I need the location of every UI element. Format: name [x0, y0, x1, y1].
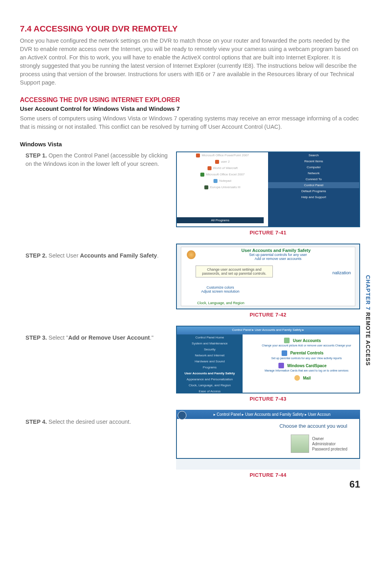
step-2-bold: Accounts and Family Safety: [80, 252, 157, 259]
s4-user-block: Owner Administrator Password protected: [291, 435, 347, 453]
subsection-body: Some users of computers using Windows Vi…: [20, 114, 360, 131]
s2-personalization: nalization: [333, 270, 351, 275]
side-title: REMOTE ACCESS: [365, 310, 371, 366]
s1-right-4: Connect To: [268, 176, 359, 182]
s3-left-8: Clock, Language, and Region: [177, 382, 243, 388]
step-2-label: STEP 2.: [25, 252, 47, 259]
step-1-label: STEP 1.: [25, 152, 47, 159]
s4-u1: Owner: [312, 436, 347, 441]
s3-left-2: Security: [177, 346, 243, 352]
step-4-body: Select the desired user account.: [47, 419, 131, 425]
s1-left-4: Notepad: [219, 179, 231, 183]
subsection-heading: ACCESSING THE DVR USING INTERNET EXPLORE…: [20, 96, 360, 104]
back-icon: [178, 411, 186, 420]
s3-left-4: Hardware and Sound: [177, 358, 243, 364]
step-1-text: STEP 1. Open the Control Panel (accessib…: [20, 151, 169, 168]
user-accounts-icon: [187, 250, 196, 259]
section-body: Once you have configured the network set…: [20, 37, 360, 87]
step-2-text: STEP 2. Select User Accounts and Family …: [20, 252, 169, 260]
s3-left-1: System and Maintenance: [177, 340, 243, 346]
step-4-label: STEP 4.: [25, 419, 47, 425]
caption-7-44: PICTURE 7-44: [176, 472, 360, 478]
s1-right-1: Recent Items: [268, 158, 359, 164]
s1-right-3: Network: [268, 170, 359, 176]
s3-h2: Parental Controls: [290, 351, 323, 355]
caption-7-41: PICTURE 7-41: [176, 230, 360, 236]
step-3-after: .": [150, 334, 153, 341]
step-2-row: STEP 2. Select User Accounts and Family …: [20, 244, 360, 318]
s3-left-5: Programs: [177, 364, 243, 370]
s4-crumb: ▸ Control Panel ▸ User Accounts and Fami…: [214, 412, 330, 417]
caption-7-42: PICTURE 7-42: [176, 312, 360, 318]
s1-left-5: Europa Universalis III: [210, 185, 240, 189]
s1-all-programs: All Programs: [177, 217, 264, 223]
s4-u3: Password protected: [312, 446, 347, 452]
step-3-row: STEP 3. Select "Add or Remove User Accou…: [20, 326, 360, 402]
screenshot-7-43: Control Panel ▸ User Accounts and Family…: [176, 326, 360, 393]
step-1-row: STEP 1. Open the Control Panel (accessib…: [20, 151, 360, 236]
s3-h1: User Accounts: [293, 338, 321, 343]
user-icon: [284, 338, 290, 343]
step-4-text: STEP 4. Select the desired user account.: [20, 418, 169, 426]
screenshot-7-42: User Accounts and Family Safety Set up p…: [176, 244, 360, 309]
step-2-after: .: [157, 252, 159, 259]
s1-right-5: Control Panel: [268, 182, 359, 188]
step-3-text: STEP 3. Select "Add or Remove User Accou…: [20, 334, 169, 342]
s1-right-7: Help and Support: [268, 194, 359, 200]
s3-h3l: Manage Information Cards that are used t…: [243, 369, 359, 372]
s3-left-3: Network and Internet: [177, 352, 243, 358]
step-4-row: STEP 4. Select the desired user account.…: [20, 410, 360, 478]
picture-7-43-block: Control Panel ▸ User Accounts and Family…: [176, 326, 360, 402]
s1-right-0: Search: [268, 152, 359, 158]
s1-right-2: Computer: [268, 164, 359, 170]
picture-7-44-block: ▸ Control Panel ▸ User Accounts and Fami…: [176, 410, 360, 478]
s2-tooltip: Change user account settings and passwor…: [196, 265, 273, 277]
s4-choose: Choose the account you woul: [189, 423, 347, 429]
page-number: 61: [349, 479, 360, 490]
step-3-bold: Add or Remove User Account: [68, 334, 150, 341]
subsection-subheading: User Account Control for Windows Vista a…: [20, 105, 360, 112]
s3-h2l: Set up parental controls for any user Vi…: [243, 357, 359, 360]
s3-left-9: Ease of Access: [177, 388, 243, 393]
s3-crumb: Control Panel ▸ User Accounts and Family…: [177, 326, 359, 333]
s2-l1: Set up parental controls for any user: [181, 253, 355, 257]
s1-right-6: Default Programs: [268, 188, 359, 194]
avatar: [291, 435, 309, 453]
step-3-label: STEP 3.: [25, 334, 47, 341]
parental-icon: [282, 350, 287, 356]
s1-left-0: Microsoft Office PowerPoint 2007: [202, 153, 249, 157]
picture-7-41-block: Microsoft Office PowerPoint 2007 user 2 …: [176, 151, 360, 236]
s1-left-3: Microsoft Office Excel 2007: [206, 173, 245, 176]
os-heading: Windows Vista: [20, 141, 360, 147]
s1-left-1: user 2: [221, 160, 229, 163]
step-3-before: Select ": [47, 334, 69, 341]
screenshot-7-41: Microsoft Office PowerPoint 2007 user 2 …: [176, 151, 360, 227]
side-chapter: CHAPTER 7: [365, 275, 371, 310]
s3-left-7: Appearance and Personalization: [177, 376, 243, 382]
s3-h1l: Change your account picture Add or remov…: [243, 344, 359, 347]
cardspace-icon: [278, 363, 284, 368]
mail-icon: [294, 375, 300, 381]
section-heading: 7.4 ACCESSING YOUR DVR REMOTELY: [20, 24, 360, 33]
s2-l2: Add or remove user accounts: [181, 257, 355, 261]
s2-c1: Customize colors: [201, 285, 239, 289]
picture-7-42-block: User Accounts and Family Safety Set up p…: [176, 244, 360, 318]
s3-left-0: Control Panel Home: [177, 334, 243, 340]
side-tab: CHAPTER 7 REMOTE ACCESS: [365, 275, 371, 366]
s3-h4: Mail: [303, 376, 311, 380]
step-2-before: Select User: [47, 252, 80, 259]
s2-c3: Clock, Language, and Region: [197, 301, 245, 305]
step-1-body: Open the Control Panel (accessible by cl…: [25, 152, 168, 167]
s3-left-6: User Accounts and Family Safety: [177, 370, 243, 376]
s1-left-2: World of Warcraft: [213, 166, 238, 170]
s2-title: User Accounts and Family Safety: [181, 247, 355, 253]
s4-u2: Administrator: [312, 441, 347, 446]
caption-7-43: PICTURE 7-43: [176, 396, 360, 402]
screenshot-7-44: ▸ Control Panel ▸ User Accounts and Fami…: [176, 410, 360, 470]
s3-h3: Windows CardSpace: [287, 364, 327, 368]
s2-c2: Adjust screen resolution: [201, 289, 239, 293]
